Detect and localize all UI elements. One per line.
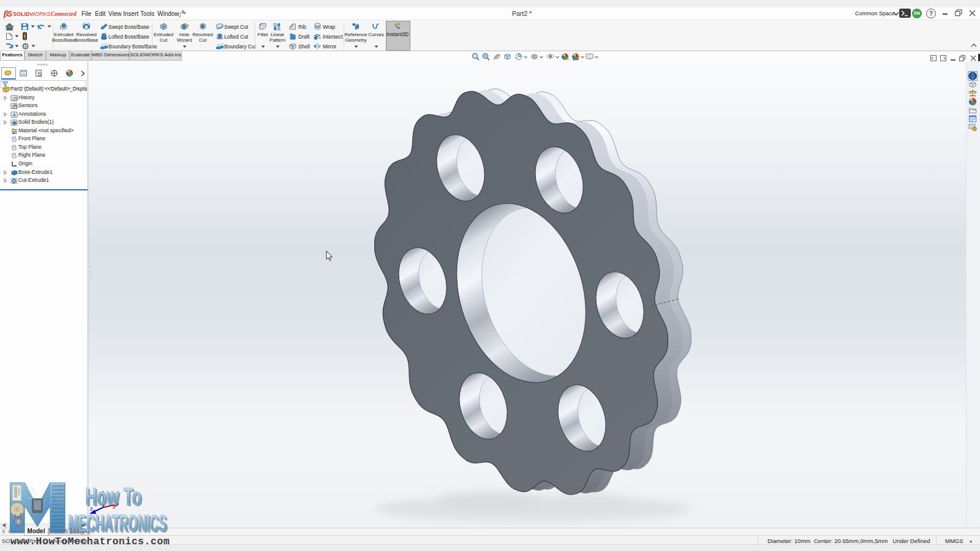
svg-text:10101101: 10101101 [51, 514, 65, 517]
svg-text:00110110: 00110110 [51, 511, 65, 514]
svg-text:11010110: 11010110 [51, 529, 65, 532]
svg-text:A: A [12, 112, 16, 118]
svg-text:10110010: 10110010 [51, 485, 65, 488]
svg-text:11011001: 11011001 [51, 522, 65, 525]
svg-text:How To: How To [85, 483, 141, 510]
svg-text:SOLIDWORKS: SOLIDWORKS [13, 11, 51, 17]
svg-text:01010110: 01010110 [51, 503, 65, 506]
svg-text:00101011: 00101011 [51, 525, 65, 528]
svg-text:01100101: 01100101 [51, 489, 65, 492]
svg-text:10011101: 10011101 [51, 500, 65, 503]
svg-text:MECHATRONICS: MECHATRONICS [68, 511, 167, 536]
svg-text:S: S [7, 10, 12, 18]
svg-text:Connected: Connected [51, 11, 77, 17]
svg-text:01011010: 01011010 [51, 518, 65, 521]
svg-text:11001010: 11001010 [51, 507, 65, 510]
svg-text:11010011: 11010011 [51, 492, 65, 495]
svg-text:00111010: 00111010 [51, 496, 65, 499]
